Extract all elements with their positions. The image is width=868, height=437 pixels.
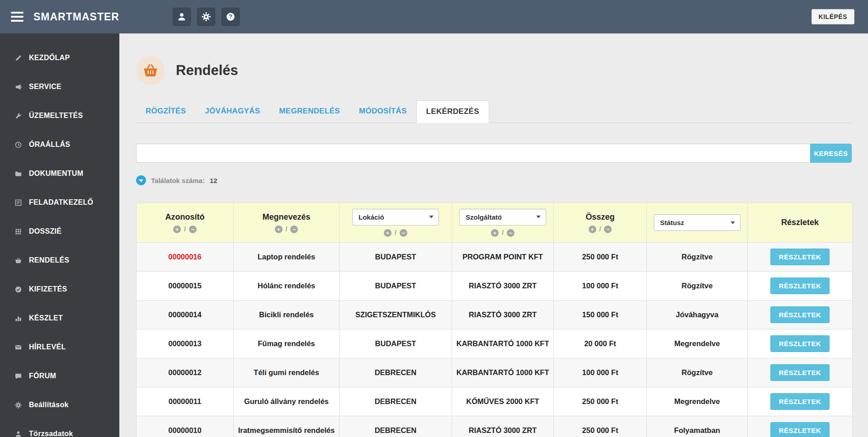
sidebar-item-uzemeltetes[interactable]: ÜZEMELTETÉS [0,101,119,130]
megaphone-icon [14,84,23,90]
sort-asc-icon[interactable]: + [275,226,283,233]
tab-rogzites[interactable]: RÖGZÍTÉS [136,100,195,123]
tab-modositas[interactable]: MÓDOSÍTÁS [349,100,416,123]
sidebar-item-label: Beállítások [29,401,69,409]
search-input[interactable] [136,144,810,163]
filter-label: Szolgáltató [466,213,502,221]
order-status: Megrendelve [675,339,720,348]
order-amount: 150 000 Ft [582,310,618,319]
sort-asc-icon[interactable]: + [384,229,392,237]
basket-icon [136,56,165,85]
column-header-osszeg: Összeg + / − [554,203,647,243]
sort-desc-icon[interactable]: − [507,229,514,237]
user-icon [177,12,186,21]
sidebar-item-label: ÓRAÁLLÁS [29,141,70,149]
sidebar-item-kezdolap[interactable]: KEZDŐLAP [0,43,119,72]
order-location: DEBRECEN [375,368,417,376]
filter-label: Lokáció [359,213,384,221]
order-id: 00000016 [168,253,201,261]
order-status: Megrendelve [675,397,720,405]
sidebar-item-forum[interactable]: FÓRUM [0,362,119,390]
chevron-down-icon [536,216,541,218]
table-row: 00000015 Hólánc rendelés BUDAPEST RIASZT… [137,272,853,301]
details-button[interactable]: RÉSZLETEK [770,335,830,352]
search-bar: KERESÉS [136,144,852,163]
sort-asc-icon[interactable]: + [491,229,499,237]
sidebar-item-service[interactable]: SERVICE [0,72,119,101]
order-amount: 100 000 Ft [582,368,618,376]
sidebar-item-kifizetes[interactable]: KIFIZETÉS [0,275,119,304]
sidebar-item-label: SERVICE [29,83,61,91]
column-header-szolgaltato: Szolgáltató + / − [452,203,554,243]
details-button[interactable]: RÉSZLETEK [770,393,830,410]
sidebar-item-keszlet[interactable]: KÉSZLET [0,304,119,333]
sort-desc-icon[interactable]: − [400,229,407,237]
check-circle-icon [14,286,23,293]
menu-toggle-icon[interactable] [11,12,24,22]
user-button[interactable] [173,8,191,26]
sidebar-item-feladatkezelo[interactable]: FELADATKEZELŐ [0,188,119,217]
order-location: BUDAPEST [375,339,416,348]
sort-desc-icon[interactable]: − [604,226,612,233]
sidebar-item-label: HÍRLEVÉL [29,343,66,351]
order-name: Guruló állvány rendelés [244,397,329,405]
help-button[interactable]: ? [222,8,240,26]
sort-asc-icon[interactable]: + [173,226,181,233]
sort-separator: / [599,226,601,233]
chevron-down-icon [731,221,735,224]
sidebar-item-dokumentum[interactable]: DOKUMENTUM [0,159,119,188]
folder-icon [14,170,23,177]
sidebar-item-label: KÉSZLET [29,314,63,322]
sort-asc-icon[interactable]: + [589,226,596,233]
envelope-icon [14,344,23,351]
main-content: Rendelés RÖGZÍTÉS JÓVÁHAGYÁS MEGRENDELÉS… [119,33,868,437]
order-id: 00000011 [169,397,202,405]
order-location: DEBRECEN [375,426,417,434]
basket-icon [14,257,23,264]
collapse-toggle-icon[interactable] [136,175,146,185]
sidebar-item-hirlevel[interactable]: HÍRLEVÉL [0,333,119,362]
order-name: Iratmegsemmisítő rendelés [238,426,335,434]
sidebar-item-label: FÓRUM [29,372,56,380]
topbar-icon-group: ? [173,8,240,26]
sidebar-item-torzsadatok[interactable]: Törzsadatok [0,419,119,437]
status-filter-select[interactable]: Státusz [654,214,741,231]
order-location: SZIGETSZENTMIKLÓS [355,310,436,319]
details-button[interactable]: RÉSZLETEK [770,364,830,381]
search-button[interactable]: KERESÉS [810,144,852,163]
sidebar-item-dosszie[interactable]: DOSSZIÉ [0,217,119,246]
sort-desc-icon[interactable]: − [290,226,298,233]
clock-icon [14,141,23,148]
settings-button[interactable] [197,8,215,26]
column-header-azonosito: Azonosító + / − [137,203,234,243]
tab-megrendeles[interactable]: MEGRENDELÉS [269,100,349,123]
details-button[interactable]: RÉSZLETEK [770,277,830,294]
order-id: 00000015 [168,282,201,290]
location-filter-select[interactable]: Lokáció [352,209,439,226]
logout-button[interactable]: KILÉPÉS [811,9,854,24]
sidebar-item-oraallas[interactable]: ÓRAÁLLÁS [0,130,119,159]
details-button[interactable]: RÉSZLETEK [770,249,830,265]
provider-filter-select[interactable]: Szolgáltató [459,209,546,226]
sort-desc-icon[interactable]: − [189,226,197,233]
table-row: 00000013 Fűmag rendelés BUDAPEST KARBANT… [137,329,853,358]
order-amount: 100 000 Ft [582,282,618,290]
table-row: 00000011 Guruló állvány rendelés DEBRECE… [137,387,853,416]
order-provider: RIASZTÓ 3000 ZRT [469,310,537,319]
sidebar-item-label: KIFIZETÉS [29,285,67,293]
tab-lekerdezes[interactable]: LEKÉRDEZÉS [416,100,489,123]
sort-separator: / [184,226,186,233]
column-header-lokacio: Lokáció + / − [340,203,452,243]
details-button[interactable]: RÉSZLETEK [770,306,830,323]
order-name: Téli gumi rendelés [254,368,319,376]
sidebar-item-rendeles[interactable]: RENDELÉS [0,246,119,275]
order-provider: PROGRAM POINT KFT [462,253,543,261]
order-name: Hólánc rendelés [258,282,315,290]
sidebar-item-label: DOKUMENTUM [29,169,83,178]
sidebar-item-beallitasok[interactable]: Beállítások [0,390,119,419]
sort-separator: / [502,229,504,236]
details-button[interactable]: RÉSZLETEK [770,422,830,437]
tab-jovahagyas[interactable]: JÓVÁHAGYÁS [195,100,269,123]
order-location: BUDAPEST [375,282,416,290]
order-id: 00000010 [168,426,201,434]
